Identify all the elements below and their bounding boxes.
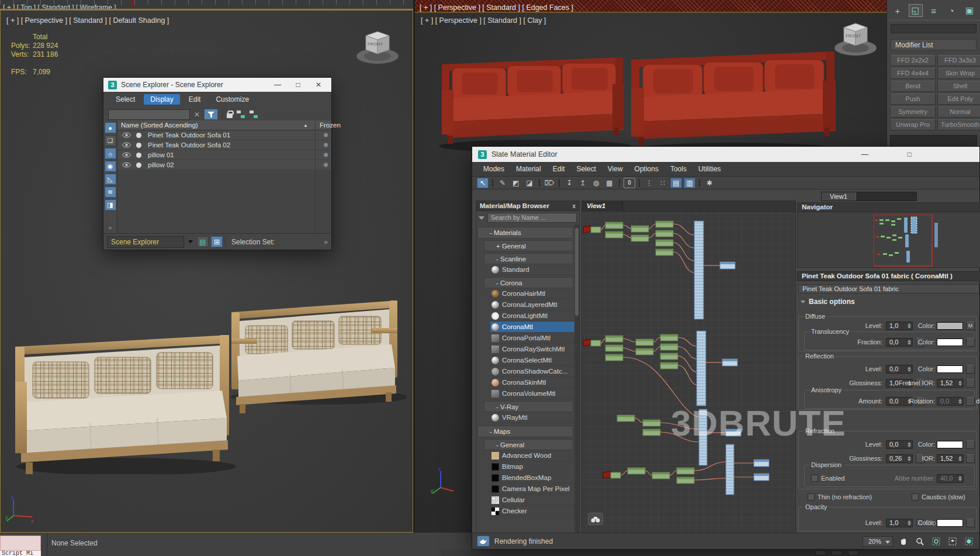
modifier-button[interactable]: Shell: [937, 81, 980, 92]
material-list-row[interactable]: Standard: [490, 264, 574, 275]
display-tab[interactable]: ▣: [962, 4, 976, 17]
expand-hierarchy-icon[interactable]: [237, 110, 245, 118]
layers-view-icon[interactable]: ▤: [197, 236, 209, 247]
rotation-map-button[interactable]: [966, 397, 975, 406]
menu-View[interactable]: View: [602, 164, 628, 174]
render-dot-icon[interactable]: [136, 153, 141, 158]
material-list-row[interactable]: CoronaLightMtl: [490, 310, 574, 322]
navigator-title[interactable]: Navigator: [798, 203, 980, 212]
scene-explorer-titlebar[interactable]: 3 Scene Explorer - Scene Explorer — □ ✕: [103, 78, 331, 92]
material-list-row[interactable]: CoronaRaySwitchMtl: [490, 344, 574, 355]
material-list-row[interactable]: - Maps: [477, 426, 573, 437]
pan-hand-icon[interactable]: [898, 536, 909, 547]
material-list-row[interactable]: CoronaShadowCatc...: [490, 366, 574, 377]
select-tool-icon[interactable]: ↖: [477, 178, 489, 188]
navigator-minimap[interactable]: [874, 215, 979, 267]
pan-to-selected-icon[interactable]: [588, 513, 603, 525]
render-dot-icon[interactable]: [136, 163, 141, 168]
modifier-button[interactable]: Bend: [890, 81, 936, 92]
translucency-map-button[interactable]: [966, 338, 975, 347]
ior-spinner[interactable]: 1,52: [937, 454, 964, 463]
display-lights-icon[interactable]: ☼: [105, 148, 116, 159]
fresnel-map-button[interactable]: [966, 379, 975, 388]
reflection-map-button[interactable]: [966, 365, 975, 374]
zoom-level-dropdown[interactable]: 20%: [863, 536, 893, 547]
close-button[interactable]: ✕: [310, 80, 327, 90]
thin-no-refraction-checkbox[interactable]: [808, 493, 815, 500]
create-tab[interactable]: +: [891, 4, 905, 17]
assign-material-to-selection-icon[interactable]: ◩: [510, 178, 522, 188]
material-list-row[interactable]: BlendedBoxMap: [490, 472, 574, 484]
display-cameras-icon[interactable]: ◉: [105, 161, 116, 172]
material-list-row[interactable]: - V-Ray: [484, 401, 573, 412]
menu-Utilities[interactable]: Utilities: [693, 164, 726, 174]
zoom-tool-icon[interactable]: [914, 536, 926, 547]
menu-Select[interactable]: Select: [109, 94, 141, 105]
display-materials-icon[interactable]: ◨: [105, 199, 116, 210]
ior-map-button[interactable]: [966, 454, 975, 463]
refraction-map-button[interactable]: [966, 440, 975, 449]
view1-tab[interactable]: View1: [582, 201, 623, 212]
maxscript-listener-text[interactable]: Script Mi: [0, 551, 41, 556]
menu-Edit[interactable]: Edit: [548, 164, 570, 174]
maximize-button[interactable]: □: [901, 149, 917, 160]
search-input[interactable]: [108, 109, 190, 120]
material-list-row[interactable]: CoronaSkinMtl: [490, 377, 574, 388]
explorer-dropdown-icon[interactable]: [186, 236, 195, 248]
viewport-label[interactable]: [ + ] [ Perspective ] [ Standard ] [ Def…: [6, 16, 169, 25]
edged-faces-viewport-label[interactable]: [ + ] [ Perspective ] [ Standard ] [ Edg…: [420, 4, 573, 12]
pick-material-from-object-icon[interactable]: ✎: [497, 178, 508, 188]
modifier-button[interactable]: Edit Poly: [937, 94, 980, 105]
modify-tab[interactable]: ◱: [909, 4, 923, 17]
put-material-to-scene-icon[interactable]: ◪: [524, 178, 535, 188]
time-slider-head[interactable]: [131, 0, 133, 7]
material-list-row[interactable]: - Materials: [477, 227, 573, 239]
menu-Tools[interactable]: Tools: [665, 164, 692, 174]
visibility-eye-icon[interactable]: [122, 142, 131, 148]
delete-selected-icon[interactable]: ⌦: [543, 178, 555, 188]
modifier-button[interactable]: Skin Wrap: [937, 68, 980, 79]
menu-Options[interactable]: Options: [629, 164, 664, 174]
move-children-icon[interactable]: ↧: [563, 178, 575, 188]
fresnel-ior-spinner[interactable]: 1,52: [937, 379, 964, 388]
display-all-icon[interactable]: ●: [105, 122, 116, 133]
zoom-extents-icon[interactable]: [947, 536, 958, 547]
render-map-icon[interactable]: 0: [624, 178, 635, 188]
opacity-map-button[interactable]: [966, 519, 975, 527]
dispersion-enabled-checkbox[interactable]: [811, 475, 818, 482]
material-list-row[interactable]: Cellular: [490, 495, 574, 506]
modifier-button[interactable]: FFD 2x2x2: [890, 55, 936, 66]
viewport-label[interactable]: [ + ] [ Perspective ] [ Standard ] [ Cla…: [421, 16, 546, 25]
material-name-field[interactable]: Pinet Teak Outdoor Sofa 01 fabric: [798, 284, 979, 293]
modifier-button[interactable]: FFD 3x3x3: [937, 55, 980, 66]
menu-Modes[interactable]: Modes: [478, 164, 510, 174]
opacity-color-swatch[interactable]: [937, 519, 963, 527]
frozen-snowflake-icon[interactable]: ❄: [323, 141, 328, 149]
diffuse-map-button[interactable]: M: [966, 322, 975, 330]
toolbar-separator[interactable]: [492, 179, 493, 187]
modifier-button[interactable]: TurboSmooth: [937, 119, 980, 130]
hide-unused-nodeslots-icon[interactable]: ↥: [577, 178, 588, 188]
viewcube[interactable]: FRONT: [353, 27, 402, 72]
frozen-snowflake-icon[interactable]: ❄: [323, 151, 328, 159]
modifier-button[interactable]: Unwrap Pro: [890, 119, 936, 130]
display-shapes-icon[interactable]: ❏: [105, 135, 116, 146]
browser-options-icon[interactable]: [479, 216, 484, 220]
lock-selection-icon[interactable]: [227, 113, 233, 118]
translucency-color-swatch[interactable]: [937, 339, 963, 346]
sort-ascending-icon[interactable]: ▲: [303, 120, 308, 130]
material-list-row[interactable]: - General: [484, 439, 573, 450]
table-header[interactable]: Name (Sorted Ascending) ▲ Frozen: [117, 120, 331, 130]
slate-titlebar[interactable]: 3 Slate Material Editor — □: [472, 147, 979, 162]
scene-object-row[interactable]: pillow 02 ❄: [117, 160, 331, 170]
scene-object-row[interactable]: Pinet Teak Outdoor Sofa 02 ❄: [117, 140, 331, 150]
edged-faces-viewport-strip[interactable]: [ + ] [ Perspective ] [ Standard ] [ Edg…: [415, 0, 886, 13]
abbe-number-spinner[interactable]: 40,0: [937, 474, 964, 483]
display-spacewarps-icon[interactable]: ≋: [105, 187, 116, 198]
menu-Edit[interactable]: Edit: [182, 94, 207, 105]
modifier-button[interactable]: Push: [890, 94, 936, 105]
top-viewport-label[interactable]: [ + ] [ Top ] [ Standard ] [ Wireframe ]: [3, 4, 116, 10]
frozen-snowflake-icon[interactable]: ❄: [323, 132, 328, 139]
frozen-snowflake-icon[interactable]: ❄: [323, 161, 328, 169]
menu-Select[interactable]: Select: [571, 164, 601, 174]
